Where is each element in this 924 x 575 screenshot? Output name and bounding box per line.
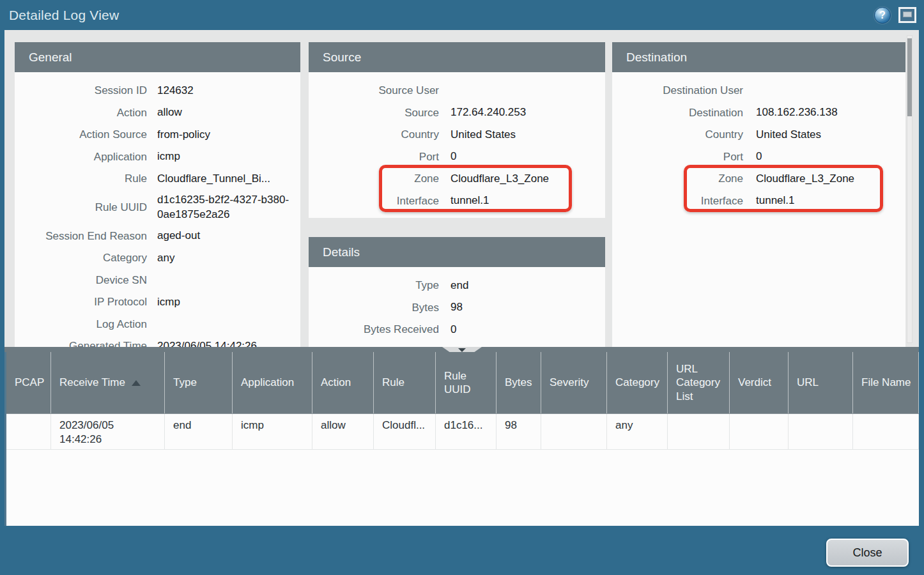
column-header-rule[interactable]: Rule: [374, 352, 436, 413]
column-header-url-category-list[interactable]: URL Category List: [668, 352, 730, 413]
window-restore-icon[interactable]: [898, 7, 916, 23]
field-row-source-user: Source User: [309, 80, 605, 102]
field-value: Cloudflare_Tunnel_Bi...: [157, 172, 270, 187]
field-row-log-action: Log Action: [15, 314, 300, 336]
panels-vertical-scrollbar[interactable]: [907, 35, 912, 343]
cell-value: 98: [505, 419, 517, 431]
field-row-rule: RuleCloudflare_Tunnel_Bi...: [15, 168, 300, 190]
field-row-zone: ZoneCloudflare_L3_Zone: [309, 168, 605, 190]
field-value: Cloudflare_L3_Zone: [450, 172, 549, 187]
dialog-titlebar: Detailed Log View ?: [0, 0, 924, 30]
field-value: 98: [450, 300, 463, 315]
detailed-log-view-dialog: { "titlebar": { "title": "Detailed Log V…: [0, 0, 924, 575]
field-row-bytes: Bytes98: [309, 297, 605, 319]
field-label: Generated Time: [15, 340, 147, 347]
cell-value: any: [615, 419, 633, 431]
cell-action: allow: [312, 414, 374, 449]
cell-rule: Cloudfl...: [374, 414, 436, 449]
field-value: tunnel.1: [756, 194, 795, 208]
column-header-verdict[interactable]: Verdict: [730, 352, 789, 413]
field-row-application: Applicationicmp: [15, 146, 300, 169]
field-value: 124632: [157, 84, 194, 98]
log-detail-panels-area: General Session ID124632 Actionallow Act…: [4, 30, 919, 347]
cell-rule-uuid: d1c16...: [436, 414, 497, 449]
column-header-label: URL: [797, 376, 819, 389]
column-header-file-name[interactable]: File Name: [853, 352, 919, 413]
panel-table-splitter[interactable]: [4, 347, 919, 352]
close-button[interactable]: Close: [826, 539, 909, 567]
field-value: end: [450, 279, 468, 293]
field-value: tunnel.1: [450, 194, 489, 208]
field-value: aged-out: [157, 229, 200, 243]
cell-value: Cloudfl...: [382, 419, 425, 431]
cell-value: 2023/06/05 14:42:26: [59, 418, 127, 447]
field-label: Source: [309, 107, 439, 119]
cell-value: icmp: [241, 419, 264, 431]
field-row-type: Typeend: [309, 275, 605, 297]
field-label: IP Protocol: [15, 296, 147, 309]
field-value: 2023/06/05 14:42:26: [157, 339, 257, 347]
column-header-rule-uuid[interactable]: Rule UUID: [436, 352, 497, 413]
column-header-category[interactable]: Category: [607, 352, 668, 413]
help-icon[interactable]: ?: [874, 7, 891, 24]
column-header-label: Receive Time: [59, 376, 125, 389]
field-label: Bytes: [309, 302, 439, 314]
cell-receive-time: 2023/06/05 14:42:26: [51, 414, 165, 449]
column-header-label: File Name: [861, 376, 911, 389]
source-panel-body: Source User Source172.64.240.253 Country…: [309, 72, 605, 218]
table-row[interactable]: 2023/06/05 14:42:26 end icmp allow Cloud…: [6, 414, 919, 450]
field-label: Rule: [15, 172, 147, 185]
column-header-bytes[interactable]: Bytes: [497, 352, 541, 413]
field-label: Interface: [612, 195, 743, 208]
field-label: Action: [15, 107, 147, 119]
field-label: Zone: [309, 172, 439, 185]
field-row-destination: Destination108.162.236.138: [612, 102, 905, 125]
column-header-type[interactable]: Type: [165, 352, 233, 413]
cell-value: d1c16...: [444, 419, 483, 431]
field-label: Rule UUID: [15, 201, 147, 214]
cell-bytes: 98: [497, 414, 541, 449]
column-header-receive-time[interactable]: Receive Time: [51, 352, 165, 413]
field-value: allow: [157, 105, 182, 120]
field-label: Country: [309, 128, 439, 141]
field-row-interface: Interfacetunnel.1: [309, 190, 605, 213]
column-header-action[interactable]: Action: [312, 352, 374, 413]
field-value: 0: [450, 323, 456, 337]
cell-url-category-list: [668, 414, 730, 449]
log-entries-table: PCAP Receive Time Type Application Actio…: [4, 352, 919, 526]
destination-panel-title: Destination: [612, 42, 905, 72]
field-row-session-end-reason: Session End Reasonaged-out: [15, 226, 300, 248]
field-value: United States: [450, 128, 516, 142]
destination-panel: Destination Destination User Destination…: [612, 42, 905, 347]
column-header-label: Application: [241, 376, 294, 389]
field-value: Cloudflare_L3_Zone: [756, 172, 854, 187]
field-label: Type: [309, 279, 439, 292]
field-label: Device SN: [15, 274, 147, 287]
field-row-ip-protocol: IP Protocolicmp: [15, 291, 300, 314]
general-panel: General Session ID124632 Actionallow Act…: [15, 42, 300, 347]
field-value: from-policy: [157, 128, 210, 142]
column-header-label: URL Category List: [676, 362, 724, 403]
field-row-port: Port0: [309, 146, 605, 169]
column-header-application[interactable]: Application: [233, 352, 312, 413]
cell-pcap: [6, 414, 51, 449]
cell-application: icmp: [233, 414, 312, 449]
column-header-label: Severity: [550, 376, 589, 389]
column-header-severity[interactable]: Severity: [541, 352, 607, 413]
source-panel-title: Source: [309, 42, 605, 72]
column-header-pcap[interactable]: PCAP: [6, 352, 51, 413]
table-header-row: PCAP Receive Time Type Application Actio…: [6, 352, 919, 414]
cell-value: end: [173, 419, 191, 431]
details-panel-body: Typeend Bytes98 Bytes Received0: [309, 267, 605, 347]
field-row-device-sn: Device SN: [15, 270, 300, 292]
field-value: 0: [450, 150, 456, 164]
field-row-port: Port0: [612, 146, 905, 169]
cell-type: end: [165, 414, 233, 449]
field-row-zone: ZoneCloudflare_L3_Zone: [612, 168, 905, 190]
column-header-url[interactable]: URL: [789, 352, 853, 413]
cell-value: allow: [321, 419, 346, 431]
field-label: Zone: [612, 172, 743, 185]
field-label: Port: [612, 151, 743, 164]
cell-category: any: [607, 414, 668, 449]
scrollbar-thumb[interactable]: [907, 38, 912, 116]
